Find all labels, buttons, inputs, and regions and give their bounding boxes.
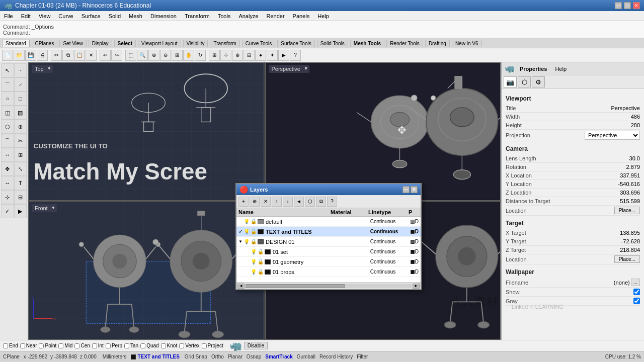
snap-vertex-check[interactable]	[179, 343, 184, 348]
maximize-button[interactable]: □	[624, 2, 631, 9]
minimize-button[interactable]: —	[615, 2, 622, 9]
viewport-top[interactable]: CUSTOMIZE THE UI TO Match My Scree Top ▼	[28, 62, 264, 201]
icon-tab-mesh[interactable]: ⬡	[518, 76, 531, 87]
scroll-left-btn[interactable]: ◄	[237, 284, 245, 289]
dialog-close[interactable]: ✕	[411, 186, 418, 193]
filter-btn[interactable]: ⬡	[305, 197, 315, 207]
snap-btn[interactable]: ⊹	[220, 50, 231, 61]
scroll-right-btn[interactable]: ►	[413, 284, 420, 289]
help-btn[interactable]: ?	[290, 50, 301, 61]
tab-display[interactable]: Display	[89, 40, 112, 47]
viewport-top-label[interactable]: Top ▼	[32, 65, 53, 73]
point-tool[interactable]: ·	[14, 63, 27, 77]
menu-tools[interactable]: Tools	[214, 12, 235, 20]
scale-tool[interactable]: ⤡	[14, 162, 27, 176]
menu-dimension[interactable]: Dimension	[146, 12, 181, 20]
menu-view[interactable]: View	[35, 12, 55, 20]
tab-new-v6[interactable]: New in V6	[452, 40, 482, 47]
line-tool[interactable]: ⟋	[14, 77, 27, 92]
viewport-perspective-label[interactable]: Perspective ▼	[269, 65, 309, 73]
tab-transform[interactable]: Transform	[210, 40, 239, 47]
rect-tool[interactable]: □	[14, 92, 27, 106]
tab-viewport-layout[interactable]: Viewport Layout	[138, 40, 181, 47]
menu-solid[interactable]: Solid	[105, 12, 125, 20]
text-tool[interactable]: T	[14, 176, 27, 190]
menu-help[interactable]: Help	[313, 12, 333, 20]
color-swatch-text[interactable]	[258, 229, 264, 234]
tab-drafting[interactable]: Drafting	[425, 40, 450, 47]
layer-expand-design01[interactable]: ▼	[238, 239, 244, 244]
menu-analyze[interactable]: Analyze	[234, 12, 262, 20]
new-layer-btn[interactable]: +	[238, 197, 249, 207]
fillet-tool[interactable]: ⌒	[1, 134, 14, 148]
color-swatch-default[interactable]	[258, 219, 264, 224]
menu-render[interactable]: Render	[263, 12, 289, 20]
projection-select[interactable]: Perspective Parallel	[585, 131, 640, 140]
layer-row-default[interactable]: 💡 🔒 default Continuous D	[236, 217, 421, 227]
pan-btn[interactable]: ✋	[183, 50, 194, 61]
dim-tool[interactable]: ↔	[1, 176, 14, 190]
menu-surface[interactable]: Surface	[77, 12, 105, 20]
tab-surface-tools[interactable]: Surface Tools	[277, 40, 314, 47]
snap-cen-check[interactable]	[74, 343, 79, 348]
snap-end-check[interactable]	[3, 343, 8, 348]
snap-project-check[interactable]	[202, 343, 207, 348]
disable-button[interactable]: Disable	[244, 342, 268, 349]
delete-layer-btn[interactable]: ✕	[261, 197, 271, 207]
layer-row-design01[interactable]: ▼ 💡 🔒 DESIGN 01 Continuous D	[236, 237, 421, 247]
layer-row-01geometry[interactable]: 💡 🔒 01 geometry Continuous D	[236, 257, 421, 267]
snap-point-check[interactable]	[39, 343, 44, 348]
move-down-btn[interactable]: ↓	[283, 197, 293, 207]
render-btn[interactable]: ▶	[278, 50, 289, 61]
snap-knot-check[interactable]	[161, 343, 166, 348]
show-checkbox[interactable]	[633, 289, 640, 295]
tab-properties[interactable]: Properties	[517, 65, 550, 73]
layer-row-01set[interactable]: 💡 🔒 01 set Continuous D	[236, 247, 421, 257]
curve-tool[interactable]: ⌒	[1, 77, 14, 92]
snap-perp-check[interactable]	[106, 343, 111, 348]
material-btn[interactable]: ●	[255, 50, 266, 61]
move-up-btn[interactable]: ↑	[272, 197, 282, 207]
undo-btn[interactable]: ↩	[100, 50, 111, 61]
planar-toggle[interactable]: Planar	[228, 354, 243, 359]
color-swatch-design01[interactable]	[258, 239, 264, 244]
new-sublayer-btn[interactable]: ⊕	[250, 197, 260, 207]
menu-mesh[interactable]: Mesh	[125, 12, 146, 20]
group-tool[interactable]: ⊟	[14, 190, 27, 204]
zoom2-btn[interactable]: ⊕	[148, 50, 159, 61]
tab-cplanes[interactable]: CPlanes	[32, 40, 58, 47]
select-tool[interactable]: ↖	[1, 63, 14, 77]
select-all-btn[interactable]: ⬚	[125, 50, 136, 61]
camera-place-button[interactable]: Place...	[614, 207, 640, 214]
record-history-toggle[interactable]: Record History	[319, 354, 353, 359]
boolean-tool[interactable]: ⊕	[14, 120, 27, 134]
color-swatch-01props[interactable]	[265, 269, 271, 275]
copy-layer-btn[interactable]: ⧉	[316, 197, 326, 207]
menu-edit[interactable]: Edit	[17, 12, 35, 20]
dialog-minimize[interactable]: —	[403, 186, 410, 193]
osnap-toggle[interactable]: Osnap	[247, 354, 261, 359]
menu-panels[interactable]: Panels	[289, 12, 314, 20]
gumball-toggle[interactable]: Gumball	[297, 354, 315, 359]
snap-int-check[interactable]	[92, 343, 97, 348]
mirror-tool[interactable]: ↔	[1, 148, 14, 162]
paste-btn[interactable]: 📋	[74, 50, 85, 61]
gray-checkbox[interactable]	[633, 298, 640, 304]
ortho-toggle[interactable]: Ortho	[211, 354, 224, 359]
trim-tool[interactable]: ✂	[14, 134, 27, 148]
print-btn[interactable]: 🖨	[37, 50, 48, 61]
filename-browse-button[interactable]: ...	[631, 279, 640, 286]
extents-btn[interactable]: ⊞	[172, 50, 183, 61]
snap-quad-check[interactable]	[140, 343, 145, 348]
icon-tab-camera[interactable]: 📷	[504, 76, 517, 87]
tab-setview[interactable]: Set View	[59, 40, 86, 47]
layer-row-text-titles[interactable]: ✓ 💡 🔒 TEXT and TITLES Continuous D	[236, 227, 421, 237]
viewport-perspective[interactable]: ✥ Perspective ▼	[265, 62, 501, 201]
snap-near-check[interactable]	[20, 343, 25, 348]
close-button[interactable]: ✕	[633, 2, 640, 9]
tab-help[interactable]: Help	[552, 65, 570, 73]
menu-curve[interactable]: Curve	[54, 12, 77, 20]
viewport-front[interactable]: x z	[28, 202, 264, 340]
rotate3d-btn[interactable]: ↻	[195, 50, 206, 61]
scroll-thumb[interactable]	[246, 284, 345, 288]
